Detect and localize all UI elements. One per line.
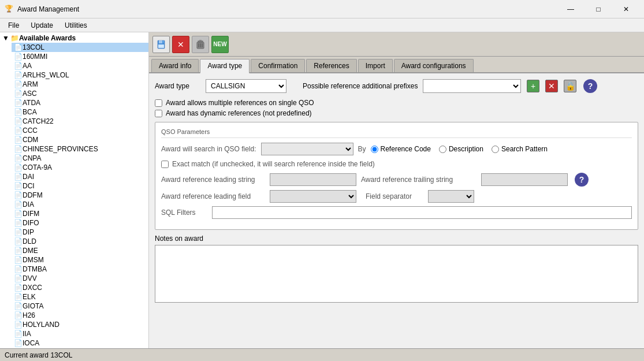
item-label: ELK [23,293,36,301]
sidebar-item-ATDA[interactable]: 📄 ATDA [12,98,148,107]
sidebar-item-DMSM[interactable]: 📄 DMSM [12,255,148,265]
checkbox-row-2: Award has dynamic references (not predef… [155,109,638,117]
sidebar-item-CCC[interactable]: 📄 CCC [12,126,148,135]
qso-field-select[interactable] [261,143,353,155]
radio-description[interactable]: Description [439,145,483,153]
sidebar-item-AA[interactable]: 📄 AA [12,61,148,70]
leading-field-row: Award reference leading field Field sepa… [161,190,632,203]
leaf-icon: 📄 [14,210,23,218]
sidebar-item-DTMBA[interactable]: 📄 DTMBA [12,265,148,274]
sidebar-item-COTA9A[interactable]: 📄 COTA-9A [12,163,148,172]
notes-section: Notes on award [155,235,638,304]
sidebar-item-BCA[interactable]: 📄 BCA [12,107,148,117]
status-bar: Current award 13COL [0,348,644,361]
leaf-icon: 📄 [14,330,23,338]
sidebar-item-CATCH22[interactable]: 📄 CATCH22 [12,117,148,126]
leaf-icon: 📄 [14,43,23,51]
save-button[interactable] [152,36,170,53]
sidebar-item-ARLHS_WLOL[interactable]: 📄 ARLHS_WLOL [12,70,148,80]
by-label: By [358,145,366,153]
multiple-references-checkbox[interactable] [155,99,162,107]
item-label: DLD [23,237,36,245]
award-type-select[interactable]: CALLSIGN ENTITY GRID DXCC PREFIX [206,79,286,93]
sidebar-item-DAI[interactable]: 📄 DAI [12,172,148,181]
sidebar-item-GIOTA[interactable]: 📄 GIOTA [12,302,148,311]
sidebar-item-IOCA[interactable]: 📄 IOCA [12,338,148,348]
item-label: H26 [23,311,35,319]
tab-award-configurations[interactable]: Award configurations [394,59,474,72]
sidebar-item-DIFO[interactable]: 📄 DIFO [12,218,148,228]
sql-filters-label: SQL Filters [161,209,207,217]
prefixes-select[interactable] [423,79,521,93]
item-label: DCI [23,182,35,190]
sidebar-item-ASC[interactable]: 📄 ASC [12,89,148,98]
sidebar-item-DIP[interactable]: 📄 DIP [12,228,148,237]
maximize-button[interactable]: □ [585,1,612,17]
sql-filters-input[interactable] [212,206,632,219]
sidebar-scroll[interactable]: ▼ 📁 Available Awards 📄 13COL 📄 160MMI 📄 [0,32,148,348]
svg-rect-1 [159,40,162,43]
tab-award-info[interactable]: Award info [151,59,199,72]
sidebar-item-DCI[interactable]: 📄 DCI [12,181,148,191]
leaf-icon: 📄 [14,71,23,79]
trailing-string-input[interactable] [481,173,568,186]
award-type-label: Award type [155,82,201,90]
notes-textarea[interactable] [155,245,638,303]
sidebar-item-HOLYLAND[interactable]: 📄 HOLYLAND [12,320,148,329]
menu-utilities[interactable]: Utilities [59,20,93,31]
field-separator-select[interactable] [428,190,474,203]
menu-file[interactable]: File [2,20,25,31]
sidebar-item-ELK[interactable]: 📄 ELK [12,292,148,302]
leaf-icon: 📄 [14,80,23,88]
sidebar-item-DXCC[interactable]: 📄 DXCC [12,283,148,292]
delete-button[interactable] [192,36,209,53]
sidebar-item-IIA[interactable]: 📄 IIA [12,329,148,338]
leading-string-input[interactable] [270,173,356,186]
tab-import[interactable]: Import [358,59,393,72]
leaf-icon: 📄 [14,339,23,347]
menu-update[interactable]: Update [25,20,59,31]
sidebar-root-item[interactable]: ▼ 📁 Available Awards [0,34,148,43]
close-button[interactable]: ✕ [613,1,639,17]
sidebar-item-13COL[interactable]: 📄 13COL [12,43,148,52]
item-label: DIFM [23,210,39,218]
toolbar: ✕ NEW [149,32,644,57]
add-prefix-button[interactable]: + [527,80,539,92]
sidebar-item-DLD[interactable]: 📄 DLD [12,237,148,246]
possible-ref-label: Possible reference additional prefixes [303,82,418,90]
tab-award-type[interactable]: Award type [200,59,250,73]
trailing-help-button[interactable]: ? [575,173,589,187]
sidebar-item-CHINESE_PROVINCES[interactable]: 📄 CHINESE_PROVINCES [12,144,148,154]
tab-references[interactable]: References [306,59,356,72]
lock-prefix-button[interactable]: 🔒 [564,80,576,92]
sidebar-item-DIA[interactable]: 📄 DIA [12,200,148,209]
radio-search-pattern[interactable]: Search Pattern [492,145,548,153]
radio-reference-code[interactable]: Reference Code [371,145,431,153]
delete-prefix-button[interactable]: ✕ [545,80,558,92]
sidebar-item-CNPA[interactable]: 📄 CNPA [12,154,148,163]
exact-match-checkbox[interactable] [161,161,169,168]
sidebar-item-160MMI[interactable]: 📄 160MMI [12,52,148,61]
notes-label: Notes on award [155,235,638,243]
sidebar-item-ARM[interactable]: 📄 ARM [12,80,148,89]
minimize-button[interactable]: — [557,1,584,17]
sidebar-item-H26[interactable]: 📄 H26 [12,311,148,320]
item-label: ATDA [23,99,40,107]
leaf-icon: 📄 [14,126,23,135]
item-label: HOLYLAND [23,321,59,329]
sidebar-item-DVV[interactable]: 📄 DVV [12,274,148,283]
exact-match-row: Exact match (if unchecked, it will searc… [161,160,632,168]
sidebar-item-DDFM[interactable]: 📄 DDFM [12,191,148,200]
tree-children: 📄 13COL 📄 160MMI 📄 AA 📄 ARLHS_WLOL [0,43,148,348]
cancel-button[interactable]: ✕ [172,36,189,53]
sidebar-item-DIFM[interactable]: 📄 DIFM [12,209,148,218]
radio-group: Reference Code Description Search Patter… [371,145,548,153]
help-button[interactable]: ? [583,79,597,93]
sidebar-item-DME[interactable]: 📄 DME [12,246,148,255]
dynamic-references-checkbox[interactable] [155,110,162,117]
sidebar-item-CDM[interactable]: 📄 CDM [12,135,148,144]
leaf-icon: 📄 [14,136,23,144]
tab-confirmation[interactable]: Confirmation [251,59,305,72]
new-button[interactable]: NEW [211,36,229,53]
leading-field-select[interactable] [270,190,356,203]
